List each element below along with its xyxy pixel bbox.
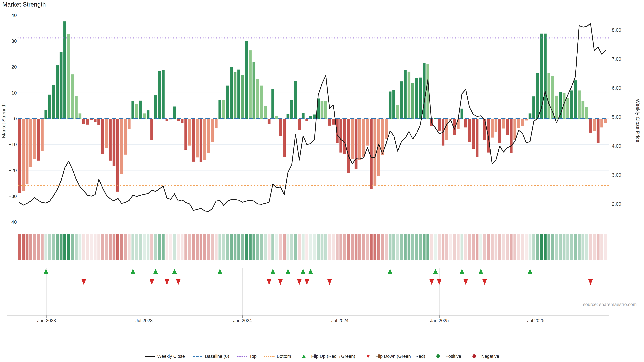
flip-down-marker xyxy=(278,279,282,285)
strength-bar xyxy=(150,119,153,140)
heatmap-cell xyxy=(442,234,444,260)
right-tick-label: 4.00 xyxy=(612,144,621,148)
heatmap-cell xyxy=(430,234,433,260)
legend-label: Positive xyxy=(445,354,461,359)
legend-label: Top xyxy=(249,354,256,359)
strength-bar xyxy=(98,119,100,125)
flip-up-marker xyxy=(478,269,483,274)
strength-bar xyxy=(249,50,252,119)
heatmap-cell xyxy=(82,234,85,260)
x-axis-date-label: Jul 2025 xyxy=(519,319,552,323)
strength-bar xyxy=(483,119,486,140)
strength-bar xyxy=(321,101,324,119)
heatmap-cell xyxy=(192,234,195,260)
heatmap-cell xyxy=(279,234,282,260)
heatmap-cell xyxy=(211,234,214,260)
strength-bar xyxy=(517,119,520,128)
heatmap-cell xyxy=(124,234,127,260)
strength-bar xyxy=(290,100,293,119)
legend-item: Weekly Close xyxy=(145,354,185,359)
heatmap-cell xyxy=(525,234,528,260)
strength-bar xyxy=(120,119,123,174)
flip-down-marker xyxy=(267,279,271,285)
strength-bar xyxy=(302,113,304,119)
heatmap-cell xyxy=(374,234,376,260)
heatmap-cell xyxy=(491,234,494,260)
heatmap-cell xyxy=(419,234,422,260)
legend-label: Weekly Close xyxy=(157,354,185,359)
heatmap-cell xyxy=(37,234,40,260)
strength-bar xyxy=(279,119,282,136)
strength-bar xyxy=(184,119,187,150)
dashed-icon xyxy=(192,354,203,359)
heatmap-cell xyxy=(275,234,278,260)
heatmap-cell xyxy=(540,234,543,260)
strength-bar xyxy=(192,119,195,162)
strength-bar xyxy=(18,119,21,193)
left-tick-label: −10 xyxy=(4,142,17,147)
strength-bar xyxy=(52,85,55,119)
triangle-down-icon xyxy=(363,354,373,359)
flip-down-marker xyxy=(150,279,154,285)
strength-bar xyxy=(582,101,584,119)
strength-bar xyxy=(298,119,301,130)
heatmap-cell xyxy=(412,234,414,260)
flip-up-marker xyxy=(172,269,177,274)
strength-bar xyxy=(139,100,142,119)
heatmap-cell xyxy=(94,234,96,260)
heatmap-cell xyxy=(173,234,176,260)
strength-bar xyxy=(324,101,327,119)
heatmap-cell xyxy=(589,234,592,260)
market-strength-chart xyxy=(0,0,644,362)
heatmap-cell xyxy=(306,234,308,260)
heatmap-cell xyxy=(60,234,62,260)
heatmap-cell xyxy=(449,234,452,260)
strength-bar xyxy=(472,119,475,149)
right-tick-label: 6.00 xyxy=(612,86,621,90)
flip-up-marker xyxy=(308,269,313,274)
heatmap-cell xyxy=(528,234,532,260)
flip-up-marker xyxy=(433,269,438,274)
strength-bar xyxy=(544,33,546,119)
x-axis-date-label: Jul 2024 xyxy=(323,319,357,323)
heatmap-cell xyxy=(321,234,324,260)
heatmap-cell xyxy=(464,234,467,260)
heatmap-cell xyxy=(404,234,407,260)
heatmap-cell xyxy=(245,234,248,260)
strength-bar xyxy=(33,119,36,159)
heatmap-cell xyxy=(582,234,584,260)
heatmap-cell xyxy=(177,234,180,260)
heatmap-cell xyxy=(286,234,290,260)
heatmap-cell xyxy=(48,234,51,260)
triangle-down-swatch xyxy=(366,355,370,358)
heatmap-cell xyxy=(52,234,55,260)
heatmap-cell xyxy=(460,234,464,260)
heatmap-cell xyxy=(593,234,596,260)
flip-up-marker xyxy=(301,269,306,274)
heatmap-cell xyxy=(370,234,373,260)
heatmap-cell xyxy=(256,234,259,260)
strength-bar xyxy=(528,113,532,119)
x-axis-date-label: Jan 2024 xyxy=(226,319,259,323)
heatmap-cell xyxy=(494,234,498,260)
heatmap-cell xyxy=(362,234,365,260)
strength-bar xyxy=(540,33,543,119)
strength-bar xyxy=(135,104,138,119)
flip-up-marker xyxy=(218,269,222,274)
heatmap-cell xyxy=(298,234,301,260)
strength-bar xyxy=(415,78,418,119)
strength-bar xyxy=(332,119,335,124)
strength-bar xyxy=(343,119,346,154)
heatmap-cell xyxy=(400,234,403,260)
strength-bar xyxy=(230,67,232,119)
strength-bar xyxy=(22,119,25,191)
heatmap-cell xyxy=(408,234,410,260)
triangle-up-icon xyxy=(299,354,309,359)
strength-bar xyxy=(468,119,471,142)
heatmap-cell xyxy=(234,234,236,260)
strength-bar xyxy=(536,73,539,119)
legend-item: Baseline (0) xyxy=(192,354,229,359)
heatmap-cell xyxy=(158,234,161,260)
heatmap-cell xyxy=(498,234,501,260)
heatmap-cell xyxy=(536,234,539,260)
